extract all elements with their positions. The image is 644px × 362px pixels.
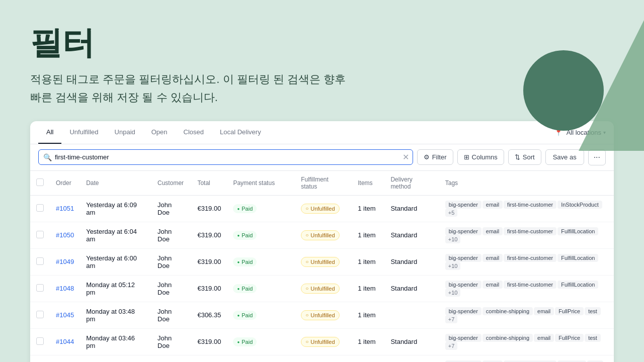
order-customer[interactable]: John Doe	[151, 355, 191, 362]
order-payment-status: Paid	[227, 275, 295, 302]
tag: combine-shipping	[482, 334, 533, 342]
tag: email	[482, 201, 503, 209]
order-items: 1 item	[352, 275, 384, 302]
tab-closed[interactable]: Closed	[176, 121, 212, 144]
orders-table: Order Date Customer Total Payment status…	[30, 171, 614, 362]
search-input[interactable]	[38, 149, 413, 165]
tag: InStockProduct	[557, 201, 602, 209]
order-delivery: Standard	[384, 195, 439, 222]
order-total: €319.00	[191, 275, 227, 302]
tag: big-spender	[445, 307, 481, 315]
filter-button[interactable]: ⚙ Filter	[417, 149, 453, 165]
order-fulfillment-status: Unfulfilled	[295, 195, 352, 222]
tab-all[interactable]: All	[38, 121, 61, 144]
payment-col-header: Payment status	[227, 171, 295, 196]
order-total: €306.35	[191, 302, 227, 328]
order-items: 1 item	[352, 328, 384, 355]
order-customer[interactable]: John Doe	[151, 275, 191, 302]
order-tags: big-spendercombine-shippingemailFullPric…	[439, 328, 614, 355]
order-date: Monday at 03:48 pm	[80, 302, 151, 328]
order-customer[interactable]: John Doe	[151, 302, 191, 328]
order-delivery: Standard	[384, 222, 439, 248]
order-id[interactable]: #1051	[50, 195, 80, 222]
order-payment-status: Paid	[227, 302, 295, 328]
date-col-header: Date	[80, 171, 151, 196]
tab-open[interactable]: Open	[143, 121, 176, 144]
row-checkbox[interactable]	[30, 302, 50, 328]
tag: email	[482, 254, 503, 262]
order-payment-status: Paid	[227, 248, 295, 275]
order-tags: big-spenderemailfirst-time-customerFulfi…	[439, 248, 614, 275]
search-icon: 🔍	[43, 153, 52, 161]
row-checkbox[interactable]	[30, 355, 50, 362]
order-id[interactable]: #1048	[50, 275, 80, 302]
order-delivery	[384, 302, 439, 328]
row-checkbox[interactable]	[30, 275, 50, 302]
order-fulfillment-status: Unfulfilled	[295, 302, 352, 328]
triangle-shape	[579, 20, 644, 151]
order-customer[interactable]: John Doe	[151, 195, 191, 222]
order-id[interactable]: #1050	[50, 222, 80, 248]
order-id[interactable]: #1043	[50, 355, 80, 362]
order-customer[interactable]: John Doe	[151, 248, 191, 275]
row-checkbox[interactable]	[30, 248, 50, 275]
order-tags: big-spenderemailfirst-time-customerFulfi…	[439, 275, 614, 302]
table-row: #1048 Monday at 05:12 pm John Doe €319.0…	[30, 275, 614, 302]
checkbox-icon	[36, 284, 44, 292]
order-fulfillment-status: Unfulfilled	[295, 355, 352, 362]
payment-badge: Paid	[233, 257, 257, 266]
checkbox-icon	[36, 337, 44, 345]
order-id[interactable]: #1049	[50, 248, 80, 275]
order-customer[interactable]: John Doe	[151, 328, 191, 355]
tab-unpaid[interactable]: Unpaid	[107, 121, 143, 144]
filter-label: Filter	[432, 153, 447, 161]
tag-count: +7	[445, 342, 458, 350]
tag: first-time-customer	[504, 201, 556, 209]
order-fulfillment-status: Unfulfilled	[295, 248, 352, 275]
filter-icon: ⚙	[424, 153, 430, 161]
tag: first-time-customer	[504, 227, 556, 235]
table-row: #1045 Monday at 03:48 pm John Doe €306.3…	[30, 302, 614, 328]
tab-unfulfilled[interactable]: Unfulfilled	[61, 121, 106, 144]
order-id[interactable]: #1044	[50, 328, 80, 355]
tag-count: +10	[445, 235, 461, 243]
order-total: €319.00	[191, 222, 227, 248]
hero-subtitle: 적용된 태그로 주문을 필터링하십시오. 이 필터링 된 검색은 향후빠른 검색…	[30, 70, 382, 106]
tab-local-delivery[interactable]: Local Delivery	[212, 121, 269, 144]
order-payment-status: Paid	[227, 328, 295, 355]
order-id[interactable]: #1045	[50, 302, 80, 328]
select-all-checkbox[interactable]	[30, 171, 50, 196]
order-customer[interactable]: John Doe	[151, 222, 191, 248]
tag: big-spender	[445, 254, 481, 262]
table-row: #1044 Monday at 03:46 pm John Doe €319.0…	[30, 328, 614, 355]
columns-button[interactable]: ⊞ Columns	[457, 149, 504, 165]
fulfillment-badge: Unfulfilled	[301, 310, 339, 320]
tag-count: +10	[445, 262, 461, 270]
order-date: Monday at 03:45 pm	[80, 355, 151, 362]
tag: big-spender	[445, 201, 481, 209]
table-row: #1049 Yesterday at 6:00 am John Doe €319…	[30, 248, 614, 275]
row-checkbox[interactable]	[30, 195, 50, 222]
row-checkbox[interactable]	[30, 328, 50, 355]
order-date: Yesterday at 6:00 am	[80, 248, 151, 275]
order-delivery: Standard	[384, 355, 439, 362]
row-checkbox[interactable]	[30, 222, 50, 248]
clear-search-button[interactable]: ✕	[403, 152, 409, 162]
order-fulfillment-status: Unfulfilled	[295, 275, 352, 302]
order-date: Yesterday at 6:04 am	[80, 222, 151, 248]
tabs-list: All Unfulfilled Unpaid Open Closed Local…	[38, 121, 269, 144]
tag-count: +10	[445, 289, 461, 297]
order-total: €319.00	[191, 195, 227, 222]
tag: FulfillLocation	[557, 281, 598, 289]
customer-col-header: Customer	[151, 171, 191, 196]
order-items: 1 item	[352, 355, 384, 362]
tag: email	[534, 307, 554, 315]
order-date: Yesterday at 6:09 am	[80, 195, 151, 222]
order-items: 1 item	[352, 302, 384, 328]
payment-badge: Paid	[233, 337, 257, 346]
fulfillment-badge: Unfulfilled	[301, 257, 339, 267]
order-delivery: Standard	[384, 248, 439, 275]
order-delivery: Standard	[384, 328, 439, 355]
order-payment-status: Paid	[227, 222, 295, 248]
checkbox-icon	[36, 204, 44, 212]
